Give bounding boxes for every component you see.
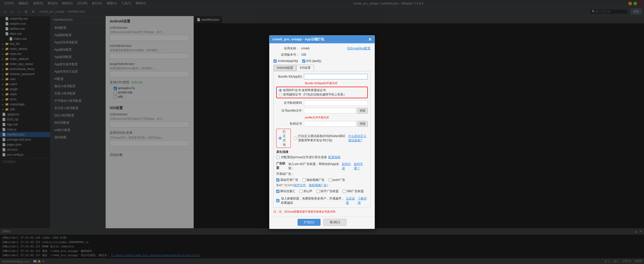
package-type-row: 打正式包 打自定义调试基座(iOS的Safari调试需要用苹果开发证书打包) 什… (276, 129, 368, 148)
ad-open-link[interactable]: 如何开通？ (354, 162, 368, 171)
dialog-overlay: crmeb_pro_uniapp - App云端打包 ✕ 应用名称： crmeb… (0, 0, 644, 264)
package-type-debug-text: 打自定义调试基座(iOS的Safari调试需要用苹果开发证书打包) (298, 134, 346, 143)
platform-checkboxes: Android(apk包) iOS (ipa包) (273, 59, 371, 63)
bundle-id-error: Bundle ID(AppID)不能为空 (305, 82, 338, 85)
ios-tab-content: Bundle ID(AppID) Bundle ID(AppID)不能为空 使用… (273, 71, 371, 208)
switch-alliance-desc: 加入换量联盟，免费获取更多用户，开通越早，权重越高 (281, 196, 344, 205)
package-type-debug-radio[interactable] (294, 137, 297, 140)
dialog-version-row: 应用版本号： 100 (273, 53, 371, 57)
ad-basic-label: 基础开屏广告 (280, 178, 298, 182)
use-custom-cert-label[interactable]: 使用IDF/证书 使用苹果通道证书 (279, 88, 326, 92)
use-jailbreak-cert-radio[interactable] (279, 93, 282, 96)
ad-basic-checkbox[interactable] (276, 178, 279, 182)
ad-ksad[interactable]: 快手广告联盟 (316, 189, 339, 193)
private-key-input[interactable] (304, 121, 356, 126)
app-name-value: crmeb (301, 47, 309, 50)
ad-ksad-checkbox[interactable] (316, 190, 320, 193)
native-mix-checkbox[interactable] (276, 156, 279, 159)
ad-sdk-video-link[interactable]: 激励视频广告 (309, 183, 327, 187)
cloud-package-dialog: crmeb_pro_uniapp - App云端打包 ✕ 应用名称： crmeb… (269, 35, 375, 229)
cert-password-label: 证书私钥密码 (276, 101, 304, 105)
native-mix-section: 原生混淆 对配置的js/nvue文件进行原生混淆 配置指南 (276, 150, 368, 159)
package-type-formal-label[interactable]: 打正式包 (276, 129, 291, 148)
use-jailbreak-cert-label[interactable]: 使用越狱证书（打包后仅能在越狱手机上安装） (279, 92, 346, 97)
ad-tencent[interactable]: 腾讯优量汇 (276, 189, 295, 193)
dialog-title-bar: crmeb_pro_uniapp - App云端打包 ✕ (269, 36, 375, 43)
native-mix-desc: 对配置的js/nvue文件进行原生混淆 (281, 155, 327, 159)
switch-link[interactable]: 立此设置 (346, 196, 356, 205)
package-type-formal-radio[interactable] (278, 137, 282, 140)
cert-profile-error: profile文件不能为空 (305, 116, 329, 119)
jailbreak-radio-group: 使用越狱证书（打包后仅能在越狱手机上安装） (279, 92, 365, 97)
ad-tencent-label: 腾讯优量汇 (280, 189, 295, 193)
ad-sdk-file-link[interactable]: 组件文件 (294, 183, 306, 187)
ad-csj-label: 穿山甲 (303, 189, 312, 193)
use-jailbreak-cert-text: 使用越狱证书（打包后仅能在越狱手机上安装） (283, 92, 346, 97)
switch-alliance-checkbox[interactable] (276, 199, 279, 202)
package-type-debug-label[interactable]: 打自定义调试基座(iOS的Safari调试需要用苹果开发证书打包) (294, 134, 346, 143)
ad-ksad-label: 快手广告联盟 (320, 189, 339, 193)
ad-csj[interactable]: 穿山甲 (299, 189, 312, 193)
version-value: 100 (301, 53, 306, 56)
platform-tabs: Android设置 iOS设置 (273, 65, 371, 71)
cert-password-row: 证书私钥密码 (276, 100, 368, 106)
custom-debug-link[interactable]: 什么是自定义调试基座? (348, 134, 368, 143)
ad-sdk-desc: 重磅广告SDK(组件文件、激励视频广告)： (276, 183, 368, 187)
ad-push-checkbox[interactable] (329, 178, 332, 182)
use-custom-cert-text: 使用IDF/证书 使用苹果通道证书 (283, 88, 326, 92)
ios-checkbox[interactable] (302, 59, 305, 63)
dialog-app-info-row: 应用名称： crmeb 综合manifest配置 (273, 46, 371, 51)
private-key-browse-button[interactable]: 浏览 (357, 121, 368, 127)
dialog-body: 应用名称： crmeb 综合manifest配置 应用版本号： 100 Andr… (269, 43, 375, 217)
tab-android[interactable]: Android设置 (273, 65, 296, 71)
ad-360[interactable]: 360广告联盟 (343, 189, 364, 193)
open-ads-checkboxes: 基础开屏广告 激励视频广告 push广告 (276, 177, 368, 183)
ad-provider-checkboxes: 腾讯优量汇 穿山甲 快手广告联盟 360广告联盟 (276, 188, 368, 194)
switch-link2[interactable]: 了解详情 (358, 196, 368, 205)
ad-tencent-checkbox[interactable] (276, 190, 279, 193)
private-key-row: 私钥证书 浏览 (276, 121, 368, 127)
android-label: Android(apk包) (278, 59, 298, 63)
manifest-link[interactable]: 综合manifest配置 (347, 47, 371, 50)
dialog-close-button[interactable]: ✕ (368, 37, 372, 42)
tab-ios[interactable]: iOS设置 (296, 65, 314, 71)
use-custom-cert-radio[interactable] (279, 89, 282, 92)
ad-basic-screen[interactable]: 基础开屏广告 (276, 178, 298, 182)
cert-radio-group: 使用IDF/证书 使用苹果通道证书 (279, 88, 365, 92)
native-mix-title: 原生混淆 (276, 150, 368, 154)
private-key-label: 私钥证书 (276, 122, 304, 126)
cert-profile-label: 证书profile文件 (276, 109, 304, 113)
ios-checkbox-label[interactable]: iOS (ipa包) (302, 59, 321, 63)
ad-csj-checkbox[interactable] (299, 190, 303, 193)
package-button[interactable]: 打包(U) (298, 219, 320, 226)
android-checkbox-label[interactable]: Android(apk包) (273, 59, 298, 63)
bundle-id-input[interactable] (304, 74, 368, 79)
cert-password-input[interactable] (304, 100, 368, 106)
open-ads-title: 开基础广告： (276, 172, 368, 176)
dialog-footer-note: 注：注：DCloud郑重承诺不保留开发者证书及代码 (273, 210, 371, 214)
ad-join-desc: 加入uni-AD广告联盟，帮助你的App实现： (288, 162, 341, 171)
cancel-button[interactable]: 取消(C) (324, 219, 346, 226)
ios-label: iOS (ipa包) (306, 59, 321, 63)
package-type-formal-text: 打正式包 (283, 130, 289, 147)
android-checkbox[interactable] (273, 59, 277, 63)
ad-join-link[interactable]: 如何分成 (342, 162, 353, 171)
cert-profile-row: 证书profile文件 浏览 (276, 108, 368, 114)
ad-title-row: 广告联盟 加入uni-AD广告联盟，帮助你的App实现： 如何分成 如何开通？ (276, 161, 368, 171)
ad-video-label: 激励视频广告 (306, 178, 325, 182)
ad-video[interactable]: 激励视频广告 (302, 178, 325, 182)
native-mix-row: 对配置的js/nvue文件进行原生混淆 配置指南 (276, 155, 368, 159)
ad-video-checkbox[interactable] (302, 178, 306, 182)
bundle-id-label: Bundle ID(AppID) (276, 75, 304, 78)
native-mix-link[interactable]: 配置指南 (328, 155, 340, 159)
version-label: 应用版本号： (273, 53, 301, 57)
cert-profile-browse-button[interactable]: 浏览 (357, 108, 368, 114)
dialog-footer: 打包(U) 取消(C) (269, 217, 375, 229)
dialog-title: crmeb_pro_uniapp - App云端打包 (272, 37, 324, 42)
cert-profile-input[interactable] (304, 108, 356, 113)
app-name-label: 应用名称： (273, 46, 301, 51)
ad-360-checkbox[interactable] (343, 190, 346, 193)
ad-push[interactable]: push广告 (329, 178, 345, 182)
switch-alliance-row: 加入换量联盟，免费获取更多用户，开通越早，权重越高 立此设置 了解详情 (276, 196, 368, 205)
ad-push-label: push广告 (333, 178, 345, 182)
